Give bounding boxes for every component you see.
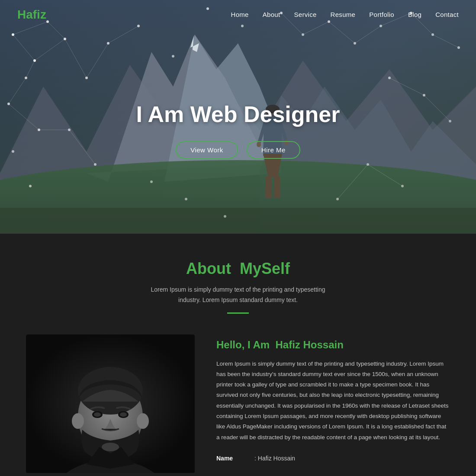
portrait-svg [26, 334, 195, 473]
svg-point-80 [72, 413, 84, 429]
nav-item-contact[interactable]: Contact [435, 11, 459, 19]
nav-links: Home About Service Resume Portfolio Blog… [231, 11, 459, 19]
svg-rect-7 [0, 208, 476, 234]
about-subtitle: Lorem Ipsum is simply dummy text of the … [147, 285, 329, 306]
svg-point-26 [172, 55, 174, 58]
svg-point-21 [12, 150, 14, 153]
view-work-button[interactable]: View Work [176, 141, 238, 159]
hero-buttons: View Work Hire Me [136, 141, 340, 159]
nav-item-about[interactable]: About [263, 11, 280, 19]
about-content: Hello, I Am Hafiz Hossain Lorem Ipsum is… [26, 334, 450, 473]
detail-name-value: : Hafiz Hossain [254, 455, 295, 462]
detail-name-row: Name : Hafiz Hossain [216, 455, 450, 462]
about-section: About MySelf Lorem Ipsum is simply dummy… [0, 234, 476, 476]
svg-point-82 [102, 443, 119, 451]
svg-point-29 [150, 180, 153, 183]
svg-point-30 [185, 198, 187, 200]
about-bio: Lorem Ipsum is simply dummy text of the … [216, 359, 450, 443]
about-heading: About MySelf [26, 260, 450, 278]
photo-inner [26, 334, 195, 473]
about-details: Name : Hafiz Hossain [216, 455, 450, 462]
svg-point-31 [224, 215, 226, 218]
svg-rect-11 [274, 177, 280, 198]
about-info: Hello, I Am Hafiz Hossain Lorem Ipsum is… [216, 334, 450, 462]
site-logo[interactable]: Hafiz [17, 8, 46, 22]
about-person-name: Hello, I Am Hafiz Hossain [216, 339, 450, 351]
nav-item-portfolio[interactable]: Portfolio [369, 11, 394, 19]
nav-item-service[interactable]: Service [294, 11, 316, 19]
hire-me-button[interactable]: Hire Me [247, 141, 300, 159]
hero-title: I Am Web Designer [136, 101, 340, 127]
svg-point-78 [94, 412, 101, 417]
nav-item-resume[interactable]: Resume [331, 11, 356, 19]
svg-rect-10 [265, 177, 271, 198]
svg-point-79 [120, 412, 127, 417]
svg-point-81 [137, 413, 149, 429]
nav-item-blog[interactable]: Blog [408, 11, 421, 19]
nav-item-home[interactable]: Home [231, 11, 249, 19]
svg-point-22 [29, 185, 32, 187]
section-divider [227, 312, 249, 314]
hero-section: Hafiz Home About Service Resume Portfoli… [0, 0, 476, 234]
about-photo [26, 334, 195, 473]
navbar: Hafiz Home About Service Resume Portfoli… [0, 0, 476, 29]
detail-name-label: Name [216, 455, 251, 462]
hero-content: I Am Web Designer View Work Hire Me [136, 75, 340, 159]
